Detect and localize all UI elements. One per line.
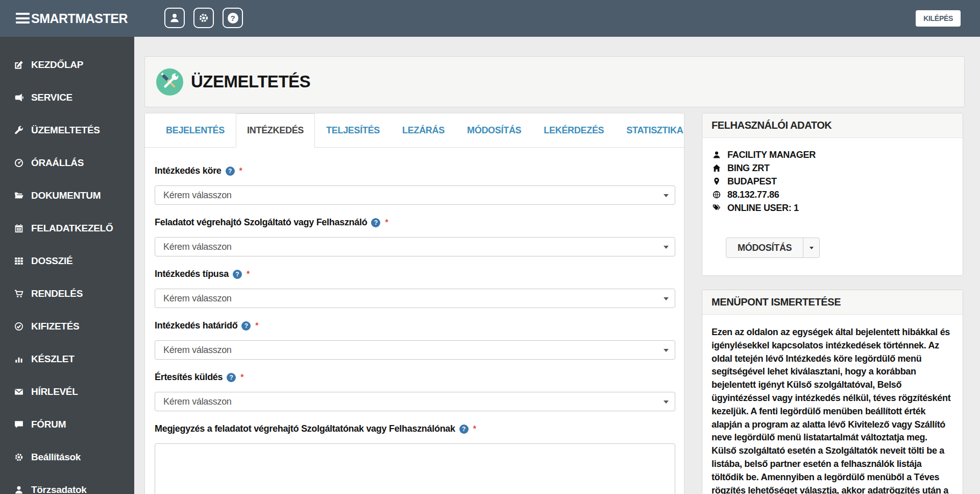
bullhorn-icon (13, 93, 25, 102)
envelope-icon (13, 387, 25, 396)
chevron-down-icon (664, 297, 669, 300)
app-brand[interactable]: SMARTMASTER (31, 0, 128, 37)
select-ertesites-kuldes[interactable]: Kérem válasszon (155, 392, 675, 411)
tab-bar: BEJELENTÉSINTÉZKEDÉSTELJESÍTÉSLEZÁRÁSMÓD… (145, 113, 684, 148)
field-label: Intézkedés típusa (155, 269, 229, 279)
user-data-card-title: FELHASZNÁLÓI ADATOK (702, 113, 963, 138)
hamburger-menu-icon[interactable] (16, 13, 30, 26)
sidebar-item-kifizetes[interactable]: KIFIZETÉS (0, 310, 134, 343)
cart-icon (13, 289, 25, 298)
field-label: Megjegyzés a feladatot végrehajtó Szolgá… (155, 424, 455, 434)
tab-lezaras[interactable]: LEZÁRÁS (391, 113, 456, 148)
tab-label: MÓDOSÍTÁS (467, 125, 521, 136)
comment-textarea[interactable] (155, 443, 675, 494)
sidebar-item-forum[interactable]: FÓRUM (0, 408, 134, 441)
tab-label: INTÉZKEDÉS (247, 125, 304, 136)
topbar-button-group (164, 8, 243, 28)
help-icon[interactable] (241, 321, 251, 331)
help-icon[interactable] (371, 218, 380, 227)
field-label: Értesítés küldés (155, 372, 223, 383)
profile-button[interactable] (164, 8, 185, 28)
page-title: ÜZEMELTETÉS (191, 72, 310, 91)
map-marker-icon (712, 177, 721, 185)
modify-button[interactable]: MÓDOSÍTÁS (726, 238, 803, 258)
sidebar-item-label: ÓRAÁLLÁS (31, 157, 84, 169)
sidebar-item-uzemeltetes[interactable]: ÜZEMELTETÉS (0, 114, 134, 147)
tab-intezkedes[interactable]: INTÉZKEDÉS (236, 113, 315, 148)
sidebar-item-dokumentum[interactable]: DOKUMENTUM (0, 179, 134, 212)
sidebar-item-beallitasok[interactable]: Beállítások (0, 441, 134, 474)
tab-label: LEKÉRDEZÉS (544, 125, 604, 136)
select-intezkedes-tipusa[interactable]: Kérem válasszon (155, 289, 675, 308)
tab-label: TELJESÍTÉS (326, 125, 380, 136)
form-group-intezkedes-tipusa: Intézkedés típusa*Kérem válasszon (155, 269, 674, 308)
modify-split-button: MÓDOSÍTÁS (726, 238, 820, 258)
field-label: Intézkedés határidő (155, 320, 237, 331)
modify-dropdown-toggle[interactable] (803, 238, 820, 258)
field-label: Feladatot végrehajtó Szolgáltató vagy Fe… (155, 217, 367, 228)
grid-icon (13, 256, 25, 266)
bar-chart-icon (13, 355, 25, 364)
select-feladatot-vegrehajto-szolgaltato-vagy-fe[interactable]: Kérem válasszon (155, 237, 675, 256)
help-button[interactable] (223, 8, 243, 28)
menu-info-card: MENÜPONT ISMERTETÉSE Ezen az oldalon az … (702, 290, 963, 494)
help-icon[interactable] (226, 167, 235, 176)
sidebar-item-label: DOKUMENTUM (31, 190, 101, 201)
sidebar-nav: KEZDŐLAPSERVICEÜZEMELTETÉSÓRAÁLLÁSDOKUME… (0, 37, 134, 494)
logout-button[interactable]: KILÉPÉS (916, 10, 961, 27)
tab-bejelentes[interactable]: BEJELENTÉS (155, 113, 236, 148)
calendar-icon (13, 224, 25, 233)
sidebar-item-label: Törzsadatok (31, 484, 87, 494)
sidebar-item-label: KÉSZLET (31, 354, 74, 365)
menu-info-text: Ezen az oldalon az egységek által bejele… (712, 326, 953, 494)
form-group-megjegyzes-a-feladatot-vegrehajto-szolga: Megjegyzés a feladatot végrehajtó Szolgá… (155, 424, 674, 494)
select-value: Kérem válasszon (163, 242, 232, 252)
sidebar-item-label: DOSSZIÉ (31, 255, 72, 267)
sidebar-item-torzsadatok[interactable]: Törzsadatok (0, 474, 134, 494)
user-info-row: BUDAPEST (712, 175, 953, 188)
user-icon (712, 151, 721, 159)
home-icon (712, 164, 721, 172)
sidebar-item-label: HÍRLEVÉL (31, 386, 78, 397)
user-info-row: FACILITY MANAGER (712, 148, 953, 161)
required-asterisk: * (385, 218, 388, 227)
tags-icon (712, 204, 721, 212)
chevron-down-icon (664, 401, 669, 404)
question-icon (228, 13, 238, 23)
select-value: Kérem válasszon (163, 293, 232, 304)
gear-icon (199, 13, 209, 23)
select-intezkedes-hatarido[interactable]: Kérem válasszon (155, 340, 675, 360)
help-icon[interactable] (459, 425, 469, 434)
select-intezkedes-kore[interactable]: Kérem válasszon (155, 185, 675, 205)
sidebar-item-kezdolap[interactable]: KEZDŐLAP (0, 49, 134, 81)
user-info-value: BUDAPEST (727, 176, 777, 187)
help-icon[interactable] (233, 270, 242, 279)
sidebar-item-hirlevel[interactable]: HÍRLEVÉL (0, 375, 134, 408)
page-header: ÜZEMELTETÉS (144, 56, 965, 107)
help-icon[interactable] (227, 373, 236, 382)
sidebar-item-rendeles[interactable]: RENDELÉS (0, 277, 134, 310)
content-area: ÜZEMELTETÉS BEJELENTÉSINTÉZKEDÉSTELJESÍT… (134, 37, 980, 494)
user-data-card: FELHASZNÁLÓI ADATOK FACILITY MANAGERBING… (702, 113, 963, 276)
tab-label: STATISZTIKA (626, 125, 683, 136)
chevron-down-icon (664, 246, 669, 249)
form-group-feladatot-vegrehajto-szolgaltato-vagy-fe: Feladatot végrehajtó Szolgáltató vagy Fe… (155, 217, 674, 256)
sidebar-item-dosszie[interactable]: DOSSZIÉ (0, 245, 134, 277)
sidebar-item-label: Beállítások (31, 452, 81, 463)
sidebar-item-keszlet[interactable]: KÉSZLET (0, 343, 134, 375)
tab-statisztika[interactable]: STATISZTIKA (615, 113, 694, 148)
sidebar-item-label: SERVICE (31, 92, 72, 103)
sidebar-item-feladatkezelo[interactable]: FELADATKEZELŐ (0, 212, 134, 245)
tab-lekerdezes[interactable]: LEKÉRDEZÉS (532, 113, 615, 148)
top-navbar: SMARTMASTER KILÉPÉS (0, 0, 980, 37)
sidebar-item-oraallas[interactable]: ÓRAÁLLÁS (0, 147, 134, 179)
settings-button[interactable] (193, 8, 214, 28)
sidebar-item-label: KIFIZETÉS (31, 321, 79, 332)
sidebar-item-service[interactable]: SERVICE (0, 81, 134, 114)
tab-modositas[interactable]: MÓDOSÍTÁS (456, 113, 532, 148)
menu-info-card-body: Ezen az oldalon az egységek által bejele… (702, 315, 963, 494)
chevron-down-icon (810, 247, 814, 249)
sidebar-item-label: FELADATKEZELŐ (31, 223, 113, 234)
user-info-value: 88.132.77.86 (727, 190, 779, 200)
tab-teljesites[interactable]: TELJESÍTÉS (315, 113, 391, 148)
